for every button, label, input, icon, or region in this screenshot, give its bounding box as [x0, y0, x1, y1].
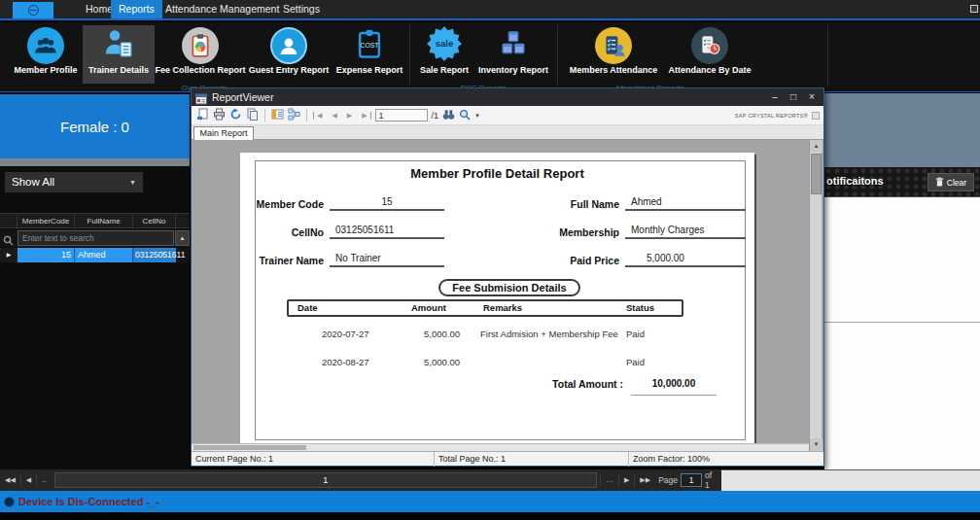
parameter-panel-icon[interactable]	[271, 107, 284, 124]
page-of-label: of 1	[702, 470, 721, 490]
notifications-divider	[824, 322, 980, 323]
horizontal-scrollbar[interactable]	[192, 443, 809, 451]
field-label-paid-price: Paid Price	[520, 255, 619, 266]
last-page-button[interactable]: ▶	[359, 112, 370, 120]
fee-submission-section-title: Fee Submision Details	[438, 279, 580, 296]
member-row-selected[interactable]: ▶ 15 Ahmed 03125051611	[0, 248, 190, 262]
notifications-title: otificaitons	[826, 175, 884, 187]
ribbon-item-guest-entry-report[interactable]: Guest Entry Report	[248, 25, 330, 84]
ribbon-toolbar: Member Profile Trainer Details Fee Colle…	[0, 22, 980, 92]
prev-page-button[interactable]: ◀	[329, 112, 339, 120]
tab-attendance-management[interactable]: Attendance Management	[158, 0, 287, 18]
first-page-button[interactable]: ◀	[313, 112, 325, 120]
ribbon-item-expense-report[interactable]: COST Expense Report	[329, 25, 410, 84]
window-title-bar[interactable]: ReportViewer – □ ×	[192, 88, 823, 106]
menu-bar: Home Reports Attendance Management Setti…	[0, 0, 980, 20]
ribbon-item-members-attendance[interactable]: Members Attendance	[565, 25, 662, 84]
print-icon[interactable]	[213, 107, 226, 124]
tab-main-report[interactable]: Main Report	[193, 126, 254, 140]
first-record-button[interactable]: ◀◀	[0, 473, 21, 487]
field-value-cellno: 03125051611	[330, 225, 444, 239]
fee-col-date: Date	[298, 302, 318, 313]
grid-scroll-up-button[interactable]: ▲	[175, 230, 190, 246]
cell-member-code[interactable]: 15	[18, 248, 75, 262]
cell-cell-no[interactable]: 03125051611	[133, 248, 176, 262]
report-title: Member Profile Detail Report	[240, 166, 754, 181]
maximize-button[interactable]: □	[786, 90, 801, 104]
group-separator	[557, 24, 558, 87]
clear-label: Clear	[947, 178, 966, 188]
next-page-button[interactable]: ▶	[344, 112, 355, 120]
inventory-cubes-icon	[498, 28, 529, 63]
report-canvas: Member Profile Detail Report Member Code…	[192, 140, 823, 451]
export-icon[interactable]	[196, 107, 209, 124]
page-total-label: /1	[432, 111, 439, 121]
field-value-member-code: 15	[330, 196, 444, 211]
grid-col-cellno[interactable]: CellNo	[133, 214, 176, 229]
last-record-button[interactable]: ▶▶	[634, 473, 655, 487]
scrollbar-thumb[interactable]	[811, 154, 822, 194]
cell-full-name[interactable]: Ahmed	[75, 248, 133, 262]
ribbon-item-trainer-details[interactable]: Trainer Details	[83, 25, 155, 84]
vertical-scrollbar[interactable]: ▲ ▼	[809, 140, 822, 451]
page-number-input[interactable]	[375, 109, 428, 121]
status-zoom-factor: Zoom Factor: 100%	[629, 452, 823, 467]
viewer-toolbar: ◀ ◀ ▶ ▶ /1 ▼ SAP CRYSTAL REPORTS®	[192, 106, 823, 125]
pagination-page-input[interactable]	[681, 473, 702, 487]
fee-col-status: Status	[626, 302, 654, 313]
more-left-button[interactable]: ..	[37, 473, 51, 487]
show-all-dropdown[interactable]: Show All ▼	[5, 172, 143, 192]
total-amount-value: 10,000.00	[633, 378, 715, 389]
record-slider[interactable]: 1	[54, 472, 597, 488]
ribbon-item-attendance-by-date[interactable]: Attendance By Date	[661, 25, 758, 84]
attendance-date-icon	[691, 27, 728, 64]
app-menu-button[interactable]	[13, 2, 53, 18]
fee-row-status: Paid	[626, 357, 645, 367]
tab-settings[interactable]: Settings	[275, 0, 328, 18]
find-icon[interactable]	[442, 107, 455, 124]
grid-search-row: ▲	[0, 229, 190, 247]
grid-col-membercode[interactable]: MemberCode	[18, 214, 75, 229]
zoom-icon[interactable]	[459, 107, 471, 124]
ribbon-item-inventory-report[interactable]: Inventory Report	[472, 25, 554, 84]
window-title: ReportViewer	[212, 91, 273, 103]
right-background-panel	[824, 93, 980, 167]
pagination-right-panel	[721, 469, 980, 491]
field-label-trainer-name: Trainer Name	[254, 255, 324, 266]
refresh-icon[interactable]	[229, 107, 242, 124]
crystal-reports-brand: SAP CRYSTAL REPORTS®	[735, 113, 808, 119]
viewer-status-bar: Current Page No.: 1 Total Page No.: 1 Zo…	[192, 451, 823, 466]
field-label-membership: Membership	[520, 226, 619, 238]
cost-clipboard-icon: COST	[354, 28, 385, 63]
scroll-up-icon[interactable]: ▲	[810, 140, 822, 153]
group-separator	[827, 24, 828, 87]
ribbon-item-fee-collection-report[interactable]: Fee Collection Report	[154, 25, 247, 84]
next-record-button[interactable]: ▶	[618, 473, 634, 487]
tab-reports[interactable]: Reports	[111, 0, 162, 18]
fee-row-amount: 5,000.00	[376, 329, 460, 339]
toolbar-separator	[306, 109, 307, 121]
banner-divider	[0, 158, 190, 166]
clear-notifications-button[interactable]: Clear	[928, 173, 974, 191]
brand-badge-icon	[812, 112, 820, 120]
report-viewer-window: ReportViewer – □ × ◀ ◀ ▶ ▶ /1 ▼ SAP CRYS…	[191, 87, 824, 467]
close-button[interactable]: ×	[804, 90, 820, 104]
page-label: Page	[655, 475, 681, 485]
scroll-down-icon[interactable]: ▼	[810, 438, 822, 451]
grid-col-fullname[interactable]: FullName	[75, 214, 133, 229]
prev-record-button[interactable]: ◀	[21, 473, 37, 487]
ribbon-item-member-profile[interactable]: Member Profile	[10, 25, 82, 84]
search-input[interactable]	[18, 230, 174, 246]
scrollbar-thumb[interactable]	[193, 445, 306, 450]
notifications-list-panel	[824, 197, 980, 491]
more-right-button[interactable]: …	[600, 473, 618, 487]
group-tree-icon[interactable]	[288, 107, 300, 124]
trainer-icon	[102, 27, 135, 64]
ribbon-item-sale-report[interactable]: sale Sale Report	[410, 25, 478, 84]
field-value-trainer-name: No Trainer	[330, 253, 444, 267]
window-control-icon[interactable]	[970, 5, 978, 13]
viewer-tab-strip: Main Report	[192, 125, 823, 140]
minimize-button[interactable]: –	[767, 90, 783, 104]
zoom-dropdown-caret[interactable]: ▼	[474, 113, 480, 119]
copy-icon[interactable]	[246, 107, 259, 124]
